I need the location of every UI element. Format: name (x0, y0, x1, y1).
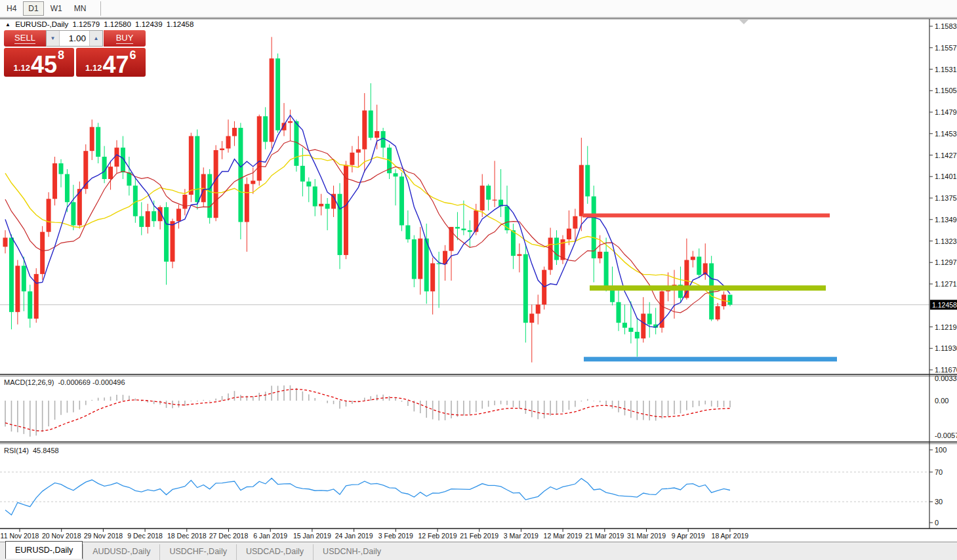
rsi-axis-label: 70 (935, 468, 943, 476)
rsi-current-value: 45.8458 (33, 447, 59, 454)
sell-price-button[interactable]: 1.12 45 8 (4, 48, 74, 77)
date-tick-label: 18 Dec 2018 (167, 532, 207, 540)
price-tick-label: 1.11670 (935, 366, 957, 374)
candle-body (641, 313, 645, 338)
timeframe-w1-button[interactable]: W1 (45, 1, 68, 16)
candle-body (647, 313, 652, 324)
candle-body (697, 256, 701, 275)
macd-name: MACD(12,26,9) (4, 378, 54, 386)
rsi-axis-label: 0 (935, 519, 939, 527)
candle-body (164, 207, 169, 262)
date-tick-label: 11 Nov 2018 (1, 532, 39, 540)
candle-body (449, 227, 454, 251)
candle-body (102, 157, 107, 179)
mt4-window: H4 D1 W1 MN 1.158301.155701.153101.15050… (0, 0, 957, 560)
buy-button[interactable]: BUY (104, 30, 146, 47)
candle-body (257, 116, 262, 180)
date-tick-label: 3 Feb 2019 (378, 532, 413, 540)
candle-body (115, 148, 119, 167)
candle-body (394, 173, 398, 176)
candle-body (220, 148, 224, 150)
candle-body (40, 232, 45, 274)
candle-body (628, 328, 633, 332)
date-tick-label: 21 Mar 2019 (585, 532, 624, 540)
sell-price-prefix: 1.12 (14, 64, 30, 72)
price-tick-label: 1.14530 (935, 130, 957, 138)
chart-area[interactable]: 1.158301.155701.153101.150501.147901.145… (0, 18, 957, 542)
candle-body (189, 136, 193, 195)
candle-body (486, 186, 491, 199)
buy-price-button[interactable]: 1.12 47 6 (76, 48, 146, 77)
tab-usdchf[interactable]: USDCHF-,Daily (159, 544, 236, 560)
candle-body (238, 128, 243, 222)
candle-body (362, 110, 367, 149)
candle-body (461, 229, 466, 231)
candle-body (598, 252, 602, 258)
close-value: 1.12458 (167, 20, 194, 28)
volume-decrease-button[interactable]: ▼ (47, 31, 59, 46)
volume-input[interactable]: 1.00 (59, 31, 90, 46)
candle-body (176, 209, 181, 221)
candle-body (306, 182, 311, 187)
candle-body (716, 306, 720, 319)
date-tick-label: 15 Jan 2019 (293, 532, 331, 540)
toolbar-divider (100, 1, 101, 16)
candle-body (622, 323, 627, 328)
date-tick-label: 6 Jan 2019 (253, 532, 287, 540)
candle-body (288, 121, 293, 123)
candle-body (214, 150, 218, 218)
candle-body (399, 176, 404, 225)
candle-body (59, 163, 64, 174)
tab-eurusd[interactable]: EURUSD-,Daily (5, 541, 83, 559)
candle-body (207, 174, 212, 218)
candle-body (282, 123, 287, 130)
candle-body (83, 151, 88, 189)
macd-current-values: -0.000669 -0.000496 (58, 378, 125, 386)
date-tick-label: 31 Mar 2019 (627, 532, 666, 540)
price-tick-label: 1.14790 (935, 108, 957, 116)
tab-usdcad[interactable]: USDCAD-,Daily (236, 544, 313, 560)
rsi-axis-label: 30 (935, 498, 943, 506)
rsi-axis-label: 100 (935, 446, 947, 454)
symbol-period-label: EURUSD-,Daily (15, 20, 68, 28)
candle-body (90, 127, 94, 151)
candle-body (691, 256, 695, 260)
buy-button-label: BUY (116, 33, 134, 44)
sell-button[interactable]: SELL (4, 30, 46, 47)
collapse-triangle-icon[interactable]: ▲ (5, 22, 10, 28)
candle-body (226, 136, 231, 149)
date-tick-label: 9 Dec 2018 (127, 532, 163, 540)
date-tick-label: 18 Apr 2019 (712, 532, 749, 540)
buy-price-big-digits: 47 (102, 55, 129, 75)
candle-body (493, 200, 497, 201)
date-tick-label: 27 Dec 2018 (209, 532, 249, 540)
timeframe-h4-button[interactable]: H4 (1, 1, 22, 16)
timeframe-d1-button[interactable]: D1 (23, 1, 43, 16)
candle-body (52, 163, 57, 199)
candle-body (474, 210, 478, 232)
candle-body (245, 184, 249, 222)
price-tick-label: 1.13750 (935, 194, 957, 202)
candle-body (405, 226, 410, 239)
candle-body (548, 237, 553, 270)
candle-body (418, 239, 422, 279)
candle-body (517, 254, 521, 256)
chart-background (0, 18, 957, 542)
open-value: 1.12579 (72, 20, 100, 28)
candle-body (313, 186, 317, 206)
timeframe-mn-button[interactable]: MN (69, 1, 92, 16)
candle-body (585, 165, 590, 197)
candle-body (34, 274, 39, 319)
tab-usdcnh[interactable]: USDCNH-,Daily (313, 544, 390, 560)
volume-increase-button[interactable]: ▲ (90, 31, 102, 46)
candle-body (709, 264, 714, 320)
candle-body (567, 229, 571, 239)
candle-body (28, 291, 32, 319)
date-tick-label: 12 Feb 2019 (418, 532, 457, 540)
macd-axis-label: -0.00574 (935, 431, 957, 439)
price-tick-label: 1.12710 (935, 280, 957, 288)
macd-axis-label: 0.00 (935, 397, 948, 405)
tab-audusd[interactable]: AUDUSD-,Daily (83, 544, 159, 560)
candle-body (554, 237, 559, 260)
current-price-text: 1.12458 (932, 301, 957, 309)
